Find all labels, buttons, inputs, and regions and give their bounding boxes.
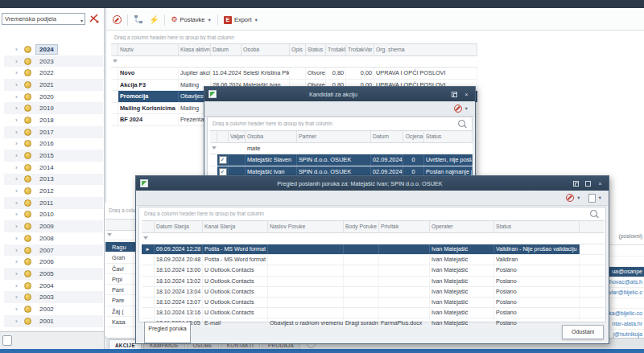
expand-arrow-icon[interactable]: › <box>15 318 24 325</box>
column-header[interactable]: Body Poruke <box>344 221 379 232</box>
table-row[interactable]: 12.11.2024 15:05E-mailObavijest o radnom… <box>142 318 605 329</box>
column-header[interactable]: Partner <box>297 131 371 142</box>
column-header[interactable]: Osoba <box>246 131 297 142</box>
cell-check[interactable]: ✓ <box>217 154 229 166</box>
docked-tab-pregled-poruka[interactable]: Pregled poruka <box>144 322 191 343</box>
column-header[interactable]: Status <box>494 221 580 232</box>
restore-icon[interactable] <box>573 181 579 187</box>
column-header[interactable]: Status <box>424 131 473 142</box>
expand-arrow-icon[interactable]: › <box>15 175 24 183</box>
tree-item-year[interactable]: ›2021 <box>4 79 103 91</box>
chevron-down-icon[interactable]: ▼ <box>598 195 602 200</box>
column-header[interactable]: Operater <box>430 221 494 232</box>
table-row[interactable]: 18.10.2024 13:00U Outlook.ContactsIvan M… <box>142 265 605 276</box>
table-row[interactable]: 18.10.2024 13:02U Outlook.ContactsIvan M… <box>142 277 605 287</box>
page-icon[interactable] <box>588 194 596 203</box>
tree-item-year[interactable]: ›2002 <box>4 303 103 315</box>
table-row[interactable]: 18.10.2024 13:16U Outlook.ContactsIvan M… <box>142 308 605 318</box>
table-row[interactable] <box>608 246 644 257</box>
column-header[interactable]: Kanal Slanja <box>203 221 268 232</box>
table-row[interactable]: Žaj ( <box>105 306 135 317</box>
tree-item-year[interactable]: ›2011 <box>4 197 103 209</box>
postavke-button[interactable]: ⚙ Postavke ▼ <box>171 15 211 24</box>
expand-arrow-icon[interactable]: › <box>15 129 24 136</box>
hierarchy-icon[interactable] <box>134 13 143 27</box>
tree-item-year[interactable]: ›2014 <box>4 162 103 174</box>
table-row[interactable]: NovoJupiter akcije11.04.2024Seleši Krist… <box>111 68 477 80</box>
close-icon[interactable]: × <box>462 91 471 98</box>
column-header[interactable]: Ocjena <box>403 131 424 142</box>
column-header[interactable]: Datum <box>211 44 242 55</box>
column-header[interactable]: Naslov Poruke <box>268 221 344 232</box>
column-header[interactable]: Valjan <box>229 131 246 142</box>
tree-item-year[interactable]: ›2003 <box>4 291 103 303</box>
table-row[interactable]: Grah <box>105 252 135 263</box>
table-row[interactable]: Pani <box>105 285 135 295</box>
tree-item-year[interactable]: ›2019 <box>4 102 103 114</box>
column-header[interactable]: Status <box>306 44 326 55</box>
expand-arrow-icon[interactable]: › <box>15 293 24 301</box>
expand-arrow-icon[interactable]: › <box>15 140 24 147</box>
search-icon[interactable] <box>590 210 597 217</box>
expand-arrow-icon[interactable]: › <box>15 164 24 171</box>
maximize-icon[interactable] <box>585 181 591 187</box>
table-row[interactable]: 18.10.2024 13:07U Outlook.ContactsIvan M… <box>142 298 605 308</box>
export-button[interactable]: E Export ▼ <box>224 16 258 24</box>
tree-item-year[interactable]: ›2008 <box>4 232 103 244</box>
tree-item-year[interactable]: ›2018 <box>4 114 103 126</box>
reload-icon[interactable] <box>113 15 122 24</box>
expand-arrow-icon[interactable]: › <box>15 258 24 265</box>
expand-arrow-icon[interactable]: › <box>15 282 24 289</box>
column-header[interactable]: Osoba <box>242 44 290 55</box>
validation-icon[interactable] <box>454 105 462 113</box>
column-header[interactable]: Opis <box>290 44 306 55</box>
expand-arrow-icon[interactable]: › <box>15 187 24 195</box>
table-row[interactable]: ntar-alata.hr <box>608 319 644 330</box>
expand-arrow-icon[interactable]: › <box>15 58 24 65</box>
column-header[interactable]: Org. shema <box>374 44 477 55</box>
table-row[interactable] <box>608 257 644 267</box>
expand-arrow-icon[interactable]: › <box>15 306 24 313</box>
column-header[interactable]: Klasa aktivnosti <box>179 44 211 55</box>
column-header[interactable]: Naziv <box>118 44 179 55</box>
tree-item-year[interactable]: ›2022 <box>4 67 103 79</box>
time-division-combo[interactable]: Vremenska podjela ▾ <box>2 13 85 25</box>
expand-arrow-icon[interactable]: › <box>15 105 24 112</box>
dialog-poruke-titlebar[interactable]: Pregled poslanih poruka za: Matejašić Iv… <box>136 176 609 191</box>
table-row[interactable]: vlar@bijelic-c <box>608 288 644 298</box>
column-header[interactable]: Datum Slanja <box>155 221 203 232</box>
chevron-down-icon[interactable]: ▼ <box>576 195 580 200</box>
expand-arrow-icon[interactable]: › <box>15 46 24 53</box>
tree-item-year[interactable]: ›2020 <box>4 91 103 103</box>
tree-item-year[interactable]: ›2010 <box>4 209 103 221</box>
tree-item-year[interactable]: ›2013 <box>4 174 103 186</box>
expand-arrow-icon[interactable]: › <box>15 247 24 254</box>
table-row[interactable]: ka@bijelic-co <box>608 309 644 319</box>
expand-arrow-icon[interactable]: › <box>15 223 24 230</box>
poruke-filter-row[interactable] <box>142 233 605 244</box>
table-row[interactable]: Kasa <box>105 317 135 327</box>
table-row[interactable]: Prpi <box>105 274 135 285</box>
table-row[interactable]: ua@osanpe <box>608 267 644 277</box>
column-header[interactable]: Datum <box>371 131 403 142</box>
tree-filter-icon[interactable] <box>89 13 100 24</box>
tree-item-year[interactable]: ›2001 <box>4 315 103 327</box>
expand-arrow-icon[interactable]: › <box>15 69 24 76</box>
expand-arrow-icon[interactable]: › <box>15 152 24 159</box>
cancel-button[interactable]: Odustani <box>562 325 604 339</box>
persons-grid-filter-row[interactable] <box>105 230 135 240</box>
expand-arrow-icon[interactable]: › <box>15 270 24 277</box>
tree-item-year[interactable]: ›2004 <box>4 280 103 292</box>
search-icon[interactable] <box>458 120 465 127</box>
table-row[interactable]: 18.10.2024 13:04U Outlook.ContactsIvan M… <box>142 287 605 298</box>
header-checkbox[interactable] <box>217 131 229 142</box>
tree-item-year[interactable]: ›2007 <box>4 244 103 257</box>
tree-item-year[interactable]: ›2015 <box>4 150 103 162</box>
tree-item-year[interactable]: ›2017 <box>4 126 103 138</box>
dialog-kandidati-titlebar[interactable]: Kandidati za akciju × <box>204 87 475 101</box>
actions-grid-filter-row[interactable] <box>111 56 477 68</box>
table-row[interactable]: 18.09.2024 20:48Pošta - MS Word formatIv… <box>142 255 605 265</box>
table-row[interactable]: ▸09.09.2024 12:28Pošta - MS Word formatI… <box>142 244 605 255</box>
tree-item-year[interactable]: ›2006 <box>4 256 103 268</box>
table-row[interactable] <box>608 298 644 309</box>
